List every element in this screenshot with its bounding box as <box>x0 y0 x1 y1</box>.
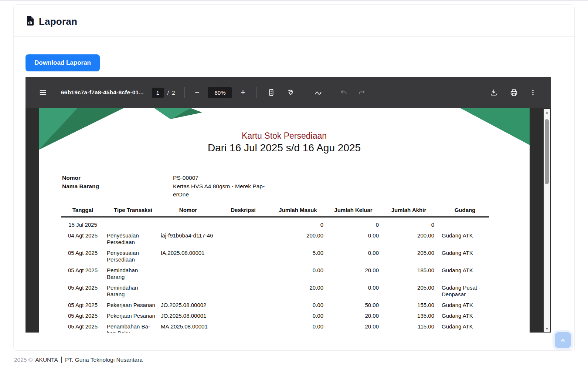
rotate-button[interactable] <box>284 86 297 99</box>
table-cell: Gudang ATK <box>436 319 489 333</box>
table-cell: Penambahan Ba- han Baku <box>105 319 160 333</box>
pdf-scrollbar[interactable]: ▲ ▼ <box>544 109 550 332</box>
file-chart-icon <box>26 16 34 27</box>
toolbar-divider <box>184 87 185 98</box>
table-row: 05 Agt 2025Pemindahan Barang0.0020.00185… <box>61 263 489 280</box>
table-cell: Gudang Pusat - Denpasar <box>436 280 489 298</box>
zoom-in-button[interactable]: + <box>237 86 249 99</box>
table-row: 05 Agt 2025Pemindahan Barang20.000.00205… <box>61 280 489 298</box>
table-cell: Penyesuaian Persediaan <box>105 246 160 263</box>
card-body: Download Laporan 66b19c7a-f7a8-45b4-8cfe… <box>14 37 574 350</box>
table-cell <box>160 263 216 280</box>
table-cell <box>216 280 270 298</box>
pdf-filename: 66b19c7a-f7a8-45b4-8cfe-01... <box>61 89 144 96</box>
table-cell <box>216 246 270 263</box>
table-cell: 185.00 <box>381 263 436 280</box>
fit-page-icon <box>267 88 275 97</box>
download-laporan-button[interactable]: Download Laporan <box>26 54 100 71</box>
table-cell: 135.00 <box>381 308 436 319</box>
table-cell: 04 Agt 2025 <box>61 228 105 246</box>
scrollbar-thumb[interactable] <box>545 119 549 184</box>
scroll-down-arrow-icon[interactable]: ▼ <box>544 326 550 331</box>
annotate-button[interactable] <box>312 86 324 99</box>
rotate-icon <box>286 88 295 97</box>
undo-button[interactable] <box>337 86 350 99</box>
table-column-header: Jumlah Akhir <box>381 205 436 217</box>
fit-page-button[interactable] <box>265 86 278 99</box>
meta-label: Nama Barang <box>62 182 173 199</box>
table-cell: MA.2025.08.00001 <box>160 319 216 333</box>
page-decoration <box>39 108 530 152</box>
table-cell: 20.00 <box>270 280 326 298</box>
meta-value: Kertas HVS A4 80gsm - Merek Pap- erOne <box>173 182 291 199</box>
table-column-header: Tanggal <box>61 205 105 217</box>
table-cell <box>216 228 270 246</box>
page-number-input[interactable] <box>152 88 164 98</box>
table-cell: 0.00 <box>326 228 381 246</box>
table-header-row: TanggalTipe TransaksiNomorDeskripsiJumla… <box>61 205 489 217</box>
table-cell: 20.00 <box>326 308 381 319</box>
zoom-out-button[interactable]: − <box>191 86 203 99</box>
table-cell: Pemindahan Barang <box>105 280 160 298</box>
table-cell: Pekerjaan Pesanan <box>105 308 160 319</box>
table-row: 15 Jul 2025000 <box>61 217 489 229</box>
table-cell: 0.00 <box>270 308 326 319</box>
redo-button[interactable] <box>355 86 368 99</box>
table-row: 05 Agt 2025Pekerjaan PesananJO.2025.08.0… <box>61 308 489 319</box>
pdf-viewer: 66b19c7a-f7a8-45b4-8cfe-01... / 2 − 80% … <box>26 77 551 333</box>
table-cell: 200.00 <box>381 228 436 246</box>
table-column-header: Jumlah Masuk <box>270 205 326 217</box>
table-row: 05 Agt 2025Pekerjaan PesananJO.2025.08.0… <box>61 298 489 308</box>
download-pdf-button[interactable] <box>487 86 500 99</box>
print-icon <box>510 88 518 97</box>
table-cell: 20.00 <box>326 319 381 333</box>
footer-company: PT. Guna Teknologi Nusantara <box>65 357 143 363</box>
more-options-button[interactable] <box>527 86 539 99</box>
table-cell: 205.00 <box>381 280 436 298</box>
table-cell: 0.00 <box>270 263 326 280</box>
meta-label: Nomor <box>62 174 173 182</box>
table-cell: 205.00 <box>381 246 436 263</box>
footer-separator: | <box>61 355 62 363</box>
pdf-page: Kartu Stok Persediaan Dari 16 Jul 2025 s… <box>39 108 530 333</box>
more-options-icon <box>529 89 537 96</box>
footer-brand: AKUNTA <box>35 357 58 363</box>
app-footer: 2025 © AKUNTA | PT. Guna Teknologi Nusan… <box>14 356 588 364</box>
menu-icon <box>39 88 47 97</box>
table-cell: 05 Agt 2025 <box>61 263 105 280</box>
undo-icon <box>340 89 348 97</box>
table-cell: IA.2025.08.00001 <box>160 246 216 263</box>
table-cell: JO.2025.08.00001 <box>160 308 216 319</box>
table-cell: 0 <box>270 217 326 229</box>
table-cell: 50.00 <box>326 298 381 308</box>
menu-button[interactable] <box>37 86 49 99</box>
table-column-header: Jumlah Keluar <box>326 205 381 217</box>
table-cell: Gudang ATK <box>436 298 489 308</box>
scroll-to-top-button[interactable] <box>555 332 571 348</box>
print-button[interactable] <box>507 86 520 99</box>
table-cell <box>216 217 270 229</box>
redo-icon <box>358 89 366 97</box>
zoom-level-value[interactable]: 80% <box>208 87 232 98</box>
table-cell: 200.00 <box>270 228 326 246</box>
table-cell: 0.00 <box>326 280 381 298</box>
table-row: 04 Agt 2025Penyesuaian Persediaaniaj-f91… <box>61 228 489 246</box>
table-cell: Gudang ATK <box>436 263 489 280</box>
table-cell: Pemindahan Barang <box>105 263 160 280</box>
table-cell: 0 <box>381 217 436 229</box>
table-cell: 0.00 <box>270 298 326 308</box>
table-cell <box>160 217 216 229</box>
table-column-header: Nomor <box>160 205 216 217</box>
table-cell: 05 Agt 2025 <box>61 319 105 333</box>
table-cell: Gudang ATK <box>436 246 489 263</box>
table-cell: iaj-f91b6ba4-d117-46 <box>160 228 216 246</box>
page-total-label: / 2 <box>167 90 176 96</box>
toolbar-divider <box>305 87 305 98</box>
table-cell: 20.00 <box>326 263 381 280</box>
scroll-up-arrow-icon[interactable]: ▲ <box>544 109 550 115</box>
table-cell: Pekerjaan Pesanan <box>105 298 160 308</box>
table-row: 05 Agt 2025Penyesuaian PersediaanIA.2025… <box>61 246 489 263</box>
toolbar-divider <box>256 87 257 98</box>
zoom-out-icon: − <box>195 88 200 97</box>
laporan-card: Laporan Download Laporan 66b19c7a-f7a8-4… <box>13 4 575 351</box>
